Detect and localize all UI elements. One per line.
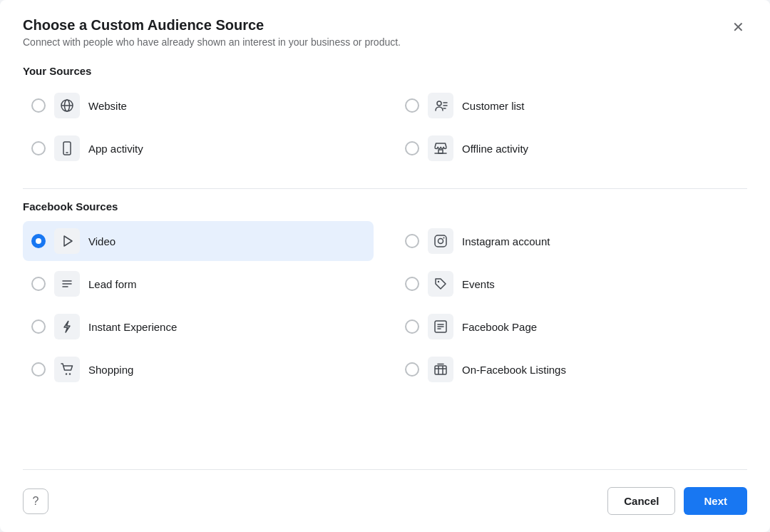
option-offline-activity-label: Offline activity	[462, 143, 528, 155]
option-website[interactable]: Website	[23, 86, 374, 126]
option-app-activity[interactable]: App activity	[23, 128, 374, 168]
svg-point-18	[438, 281, 439, 282]
option-offline-activity[interactable]: Offline activity	[396, 128, 747, 168]
store-icon	[428, 135, 453, 161]
svg-point-23	[66, 373, 67, 374]
option-customer-list[interactable]: Customer list	[396, 86, 747, 126]
radio-video[interactable]	[31, 234, 46, 248]
tag-icon	[428, 271, 453, 297]
footer-actions: Cancel Next	[607, 487, 747, 515]
svg-point-14	[443, 237, 445, 239]
svg-marker-11	[64, 236, 72, 246]
radio-instant-experience[interactable]	[31, 319, 46, 334]
bolt-icon	[54, 314, 80, 339]
svg-rect-12	[435, 235, 446, 247]
radio-facebook-page[interactable]	[405, 319, 419, 334]
instagram-icon	[428, 228, 453, 254]
your-sources-title: Your Sources	[23, 65, 747, 77]
option-instagram-account-label: Instagram account	[462, 235, 550, 247]
modal-subtitle: Connect with people who have already sho…	[23, 36, 401, 48]
option-app-activity-label: App activity	[88, 143, 143, 155]
modal-header-text: Choose a Custom Audience Source Connect …	[23, 17, 401, 48]
option-shopping-label: Shopping	[88, 364, 133, 376]
svg-point-13	[438, 239, 443, 244]
help-icon: ?	[33, 495, 39, 508]
svg-point-24	[69, 373, 71, 374]
option-website-label: Website	[88, 100, 127, 112]
option-events[interactable]: Events	[396, 264, 747, 304]
option-on-facebook-listings[interactable]: On-Facebook Listings	[396, 349, 747, 389]
modal-container: Choose a Custom Audience Source Connect …	[0, 0, 770, 532]
close-icon: ✕	[732, 19, 744, 35]
radio-lead-form[interactable]	[31, 277, 46, 291]
list-icon	[54, 271, 80, 297]
option-facebook-page[interactable]: Facebook Page	[396, 307, 747, 347]
svg-rect-25	[435, 366, 446, 374]
radio-customer-list[interactable]	[405, 98, 419, 113]
radio-website[interactable]	[31, 98, 46, 113]
option-instant-experience[interactable]: Instant Experience	[23, 307, 374, 347]
radio-events[interactable]	[405, 277, 419, 291]
person-list-icon	[428, 93, 453, 118]
radio-shopping[interactable]	[31, 362, 46, 377]
radio-app-activity[interactable]	[31, 141, 46, 155]
radio-on-facebook-listings[interactable]	[405, 362, 419, 377]
cancel-button[interactable]: Cancel	[607, 487, 675, 515]
option-instant-experience-label: Instant Experience	[88, 321, 177, 333]
your-sources-grid: Website Customer list	[23, 86, 747, 168]
section-divider	[23, 188, 747, 189]
help-button[interactable]: ?	[23, 488, 48, 514]
globe-icon	[54, 93, 80, 118]
radio-offline-activity[interactable]	[405, 141, 419, 155]
your-sources-section: Your Sources Website	[23, 65, 747, 185]
option-events-label: Events	[462, 278, 495, 290]
option-lead-form-label: Lead form	[88, 278, 137, 290]
modal-footer: ? Cancel Next	[23, 469, 747, 515]
facebook-sources-section: Facebook Sources Video	[23, 200, 747, 406]
option-lead-form[interactable]: Lead form	[23, 264, 374, 304]
option-video[interactable]: Video	[23, 221, 374, 261]
option-video-label: Video	[88, 235, 115, 247]
next-button[interactable]: Next	[684, 487, 747, 515]
option-customer-list-label: Customer list	[462, 100, 525, 112]
modal-title: Choose a Custom Audience Source	[23, 17, 401, 34]
listings-icon	[428, 357, 453, 382]
fb-page-icon	[428, 314, 453, 339]
svg-point-3	[437, 101, 441, 106]
facebook-sources-grid: Video Instagram account	[23, 221, 747, 389]
modal-header: Choose a Custom Audience Source Connect …	[23, 17, 747, 48]
play-icon	[54, 228, 80, 254]
option-facebook-page-label: Facebook Page	[462, 321, 537, 333]
mobile-icon	[54, 135, 80, 161]
close-button[interactable]: ✕	[729, 17, 747, 37]
cart-icon	[54, 357, 80, 382]
radio-instagram-account[interactable]	[405, 234, 419, 248]
option-on-facebook-listings-label: On-Facebook Listings	[462, 364, 566, 376]
option-shopping[interactable]: Shopping	[23, 349, 374, 389]
option-instagram-account[interactable]: Instagram account	[396, 221, 747, 261]
facebook-sources-title: Facebook Sources	[23, 200, 747, 213]
